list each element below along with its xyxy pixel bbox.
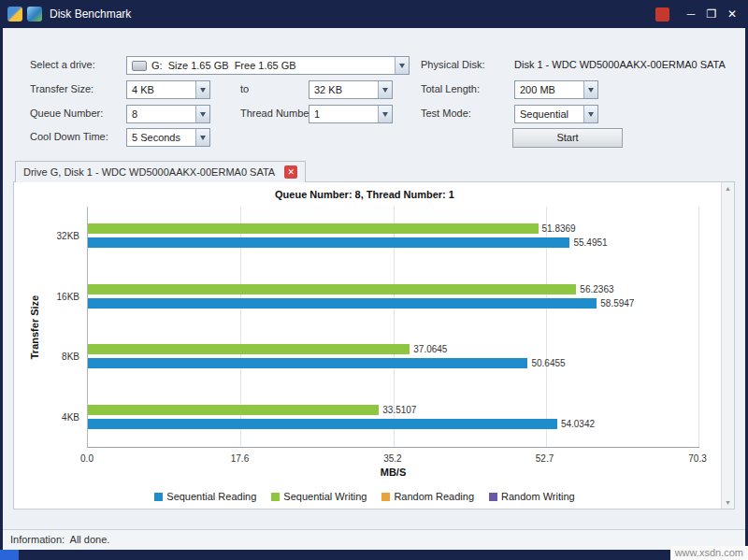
watermark: www.xsdn.com bbox=[670, 546, 748, 560]
disk-benchmark-window: Disk Benchmark ─ ❐ ✕ Select a drive: G: … bbox=[0, 0, 748, 560]
y-axis-ticks: 32KB16KB8KB4KB bbox=[46, 207, 83, 448]
thread-number-select[interactable]: 1 bbox=[309, 105, 393, 123]
maximize-button[interactable]: ❐ bbox=[703, 7, 720, 21]
close-button[interactable]: ✕ bbox=[724, 7, 741, 21]
chart-panel: Queue Number: 8, Thread Number: 1 Transf… bbox=[13, 181, 735, 510]
y-tick-label: 4KB bbox=[62, 412, 79, 424]
y-tick-label: 32KB bbox=[57, 231, 79, 242]
physical-disk-label: Physical Disk: bbox=[421, 59, 484, 70]
x-tick-label: 35.2 bbox=[383, 453, 401, 464]
test-mode-label: Test Mode: bbox=[421, 108, 471, 119]
titlebar: Disk Benchmark ─ ❐ ✕ bbox=[0, 0, 748, 28]
y-tick-label: 8KB bbox=[62, 352, 79, 363]
chart-title: Queue Number: 8, Thread Number: 1 bbox=[14, 189, 715, 200]
legend-item: Sequential Reading bbox=[154, 491, 256, 502]
chart-bar bbox=[88, 298, 597, 309]
transfer-size-label: Transfer Size: bbox=[30, 83, 94, 94]
chart-bar bbox=[88, 358, 527, 368]
minimize-button[interactable]: ─ bbox=[683, 7, 699, 21]
x-tick-label: 52.7 bbox=[536, 453, 554, 464]
x-axis-title: MB/S bbox=[87, 467, 699, 478]
tab-close-icon[interactable]: ✕ bbox=[284, 165, 297, 179]
dropdown-arrow-icon bbox=[583, 106, 597, 122]
chart-scrollbar[interactable]: ▲ ▼ bbox=[721, 182, 734, 509]
legend-swatch-icon bbox=[489, 493, 497, 501]
total-length-select[interactable]: 200 MB bbox=[514, 80, 598, 99]
x-axis-ticks: 0.017.635.252.770.3 bbox=[87, 453, 699, 465]
queue-number-value: 8 bbox=[132, 108, 137, 120]
physical-disk-value: Disk 1 - WDC WD5000AAKX-00ERMA0 SATA bbox=[514, 59, 726, 70]
cool-down-label: Cool Down Time: bbox=[30, 131, 108, 142]
thread-number-label: Thread Number: bbox=[240, 108, 315, 119]
chart-bar bbox=[88, 344, 410, 354]
x-tick-label: 70.3 bbox=[688, 453, 706, 464]
thread-number-value: 1 bbox=[314, 108, 320, 120]
scroll-up-icon[interactable]: ▲ bbox=[722, 182, 734, 194]
dropdown-arrow-icon bbox=[583, 81, 597, 98]
legend-swatch-icon bbox=[381, 493, 390, 501]
legend-item: Random Reading bbox=[381, 491, 474, 502]
x-tick-label: 0.0 bbox=[80, 453, 94, 464]
legend-label: Random Reading bbox=[394, 491, 474, 502]
chart-bar bbox=[88, 223, 539, 234]
plot-area: 51.836955.495156.236358.594737.064550.64… bbox=[87, 207, 699, 448]
bar-value-label: 33.5107 bbox=[382, 405, 416, 415]
bar-value-label: 58.5947 bbox=[600, 298, 634, 309]
chart-bar bbox=[88, 284, 576, 294]
legend-swatch-icon bbox=[154, 493, 163, 501]
dropdown-arrow-icon bbox=[378, 81, 392, 98]
window-title: Disk Benchmark bbox=[50, 7, 131, 21]
transfer-from-select[interactable]: 4 KB bbox=[126, 80, 210, 99]
scroll-down-icon[interactable]: ▼ bbox=[722, 496, 734, 509]
transfer-to-select[interactable]: 32 KB bbox=[309, 80, 393, 99]
legend-label: Sequential Writing bbox=[283, 491, 367, 502]
dropdown-arrow-icon bbox=[195, 106, 209, 122]
transfer-to-value: 32 KB bbox=[314, 84, 342, 95]
window-controls: ─ ❐ ✕ bbox=[655, 7, 741, 22]
bar-value-label: 50.6455 bbox=[531, 358, 565, 368]
cool-down-select[interactable]: 5 Seconds bbox=[126, 128, 210, 147]
cool-down-value: 5 Seconds bbox=[132, 132, 180, 143]
transfer-from-value: 4 KB bbox=[132, 84, 154, 95]
to-label: to bbox=[240, 83, 249, 94]
drive-icon bbox=[132, 61, 147, 71]
y-tick-label: 16KB bbox=[57, 292, 79, 303]
dropdown-arrow-icon bbox=[395, 57, 409, 74]
start-button[interactable]: Start bbox=[512, 128, 623, 148]
drive-select-value: G: Size 1.65 GB Free 1.65 GB bbox=[151, 60, 296, 71]
chart-bar bbox=[88, 237, 569, 248]
bar-value-label: 55.4951 bbox=[573, 237, 607, 248]
test-mode-select[interactable]: Sequential bbox=[514, 105, 598, 123]
queue-number-select[interactable]: 8 bbox=[126, 105, 210, 123]
gridline bbox=[698, 207, 699, 447]
chart-bar bbox=[88, 405, 379, 415]
dropdown-arrow-icon bbox=[195, 81, 209, 98]
legend-swatch-icon bbox=[271, 493, 280, 501]
y-axis-title: Transfer Size bbox=[27, 207, 42, 448]
frame-accent bbox=[0, 550, 19, 560]
bar-value-label: 37.0645 bbox=[413, 344, 447, 354]
legend-label: Sequential Reading bbox=[166, 491, 256, 502]
total-length-label: Total Length: bbox=[421, 83, 480, 94]
test-mode-value: Sequential bbox=[520, 108, 568, 120]
legend-label: Random Writing bbox=[501, 491, 575, 502]
bar-value-label: 51.8369 bbox=[542, 223, 576, 234]
x-tick-label: 17.6 bbox=[231, 453, 249, 464]
queue-number-label: Queue Number: bbox=[30, 108, 103, 119]
bar-value-label: 56.2363 bbox=[580, 284, 613, 294]
dropdown-arrow-icon bbox=[378, 106, 392, 122]
drive-select[interactable]: G: Size 1.65 GB Free 1.65 GB bbox=[126, 56, 410, 75]
legend: Sequential ReadingSequential WritingRand… bbox=[14, 491, 715, 502]
select-drive-label: Select a drive: bbox=[30, 59, 95, 70]
bar-value-label: 54.0342 bbox=[561, 419, 595, 429]
chart-bar bbox=[88, 419, 557, 429]
app-icon bbox=[27, 7, 42, 22]
dropdown-arrow-icon bbox=[195, 129, 209, 146]
red-badge-icon bbox=[655, 7, 669, 22]
result-tab[interactable]: Drive G, Disk 1 - WDC WD5000AAKX-00ERMA0… bbox=[15, 161, 306, 182]
total-length-value: 200 MB bbox=[520, 84, 555, 95]
content-area: Select a drive: G: Size 1.65 GB Free 1.6… bbox=[3, 28, 745, 550]
system-icon bbox=[7, 7, 22, 22]
status-bar: Information: All done. bbox=[3, 529, 745, 550]
legend-item: Random Writing bbox=[489, 491, 575, 502]
